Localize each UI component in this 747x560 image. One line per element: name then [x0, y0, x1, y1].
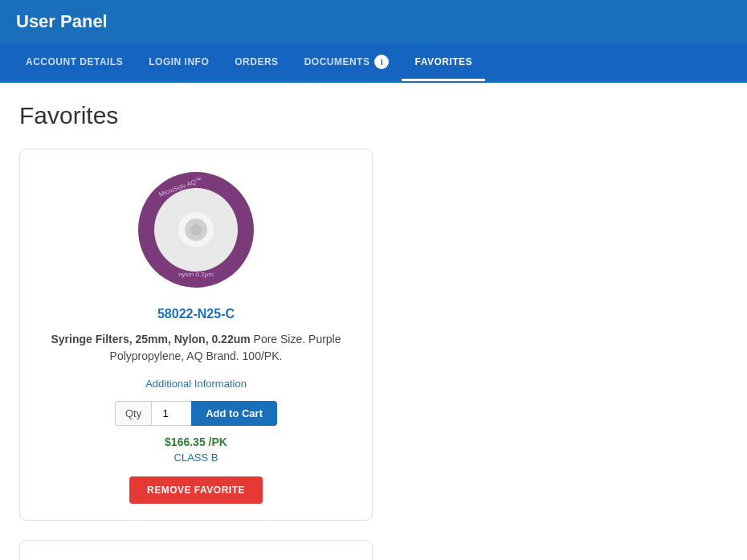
nav-documents[interactable]: DOCUMENTS i — [292, 43, 402, 80]
svg-text:nylon 0.2µm: nylon 0.2µm — [178, 271, 214, 278]
nav-label: LOGIN INFO — [149, 56, 209, 67]
nav-label: DOCUMENTS — [304, 56, 370, 67]
app-title: User Panel — [16, 11, 731, 32]
product-description-1: Syringe Filters, 25mm, Nylon, 0.22um Por… — [36, 331, 356, 365]
header-bar: User Panel — [0, 0, 747, 43]
nav-account-details[interactable]: ACCOUNT DETAILS — [13, 45, 136, 79]
cart-row-1: Qty Add to Cart — [115, 401, 277, 426]
remove-favorite-button-1[interactable]: REMOVE FAVORITE — [129, 476, 263, 504]
page-title: Favorites — [19, 102, 728, 129]
product-desc-bold-1: Syringe Filters, 25mm, Nylon, 0.22um — [51, 333, 250, 345]
product-sku-link-1[interactable]: 58022-N25-C — [157, 307, 235, 321]
page-content: Favorites MicroSolv AQ™ nylon 0.2µm 5802… — [0, 83, 747, 560]
nav-orders[interactable]: ORDERS — [222, 45, 291, 79]
info-icon: i — [374, 55, 389, 69]
nav-label: FAVORITES — [414, 56, 472, 67]
qty-input-1[interactable] — [151, 401, 191, 426]
nav-label: ORDERS — [235, 56, 278, 67]
add-to-cart-button-1[interactable]: Add to Cart — [191, 401, 277, 426]
product-class-1: CLASS B — [174, 452, 218, 464]
nav-favorites[interactable]: FAVORITES — [402, 45, 485, 81]
qty-label-1: Qty — [115, 401, 151, 426]
product-card-2: MicroSolv AQ™ nylon 0.45µm 58045-N25-A S… — [19, 540, 373, 560]
product-price-1: $166.35 /PK — [165, 435, 227, 448]
products-grid: MicroSolv AQ™ nylon 0.2µm 58022-N25-C Sy… — [19, 149, 728, 560]
product-image-2: MicroSolv AQ™ nylon 0.45µm — [132, 557, 260, 560]
nav-login-info[interactable]: LOGIN INFO — [136, 45, 222, 79]
additional-info-link-1[interactable]: Additional Information — [145, 378, 247, 390]
product-card-1: MicroSolv AQ™ nylon 0.2µm 58022-N25-C Sy… — [19, 149, 373, 521]
product-image-1: MicroSolv AQ™ nylon 0.2µm — [132, 166, 260, 294]
nav-label: ACCOUNT DETAILS — [26, 56, 123, 67]
main-nav: ACCOUNT DETAILS LOGIN INFO ORDERS DOCUME… — [0, 43, 747, 83]
svg-point-4 — [190, 224, 202, 235]
